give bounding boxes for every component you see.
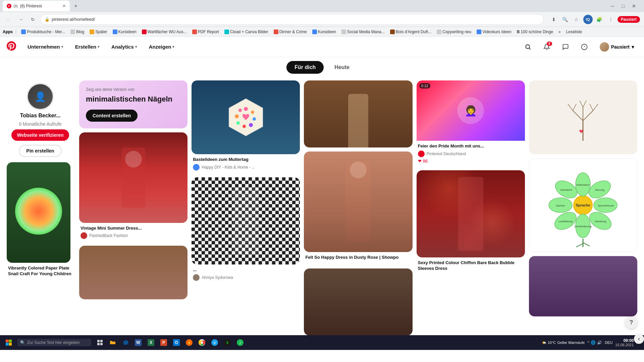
svg-line-20	[593, 104, 598, 111]
weather-icon: 🌤️	[542, 341, 546, 345]
svg-point-11	[236, 121, 240, 125]
taskbar-app-terminal[interactable]: $	[221, 337, 233, 349]
tab-heute[interactable]: Heute	[326, 61, 357, 74]
search-button[interactable]: 🔍	[560, 15, 570, 24]
taskbar-app-files[interactable]	[107, 337, 119, 349]
chevron-icon[interactable]: ^	[587, 340, 589, 345]
weather-section[interactable]: 🌤️ 10°C Gelbe Warnstufe	[542, 341, 585, 345]
nav-anzeigen[interactable]: Anzeigen ▾	[146, 41, 178, 52]
pin-bottom-col1[interactable]	[79, 246, 187, 299]
bookmark-wahlfacher[interactable]: Wahlfächer WU Aus...	[140, 29, 189, 35]
settings-button[interactable]: ⋮	[606, 15, 615, 24]
promo-card[interactable]: Zeig uns deine Version von minimalistisc…	[79, 80, 187, 128]
taskbar-app-chrome[interactable]	[196, 337, 208, 349]
bookmark-bois[interactable]: Bois d'Argent Duft...	[388, 29, 433, 35]
profile-button[interactable]: IQ	[583, 15, 593, 24]
help-button[interactable]: ?	[625, 316, 637, 328]
taskbar-app-browser[interactable]: ⚡	[183, 337, 195, 349]
pin-checkered-dress[interactable]: ... Ahniya Sydorowa	[192, 177, 300, 284]
sidebar: 👤 Tobias Becker... 0 Monatliche Aufrufe …	[7, 78, 74, 335]
pin-woman-car[interactable]	[304, 80, 412, 147]
bookmark-videokurs[interactable]: Videokurs Ideen	[475, 29, 514, 35]
back-button[interactable]: ←	[4, 15, 13, 24]
taskbar-app-taskview[interactable]	[94, 337, 106, 349]
extensions-button[interactable]: 🧩	[595, 15, 604, 24]
pin-mind-map[interactable]: Sprache Artikulation Abnung Sprechfreude	[529, 158, 637, 252]
pausiert-button[interactable]: Pausiert	[618, 16, 640, 23]
taskbar-app-ppt[interactable]: P	[158, 337, 170, 349]
nav-erstellen[interactable]: Erstellen ▾	[72, 41, 103, 52]
new-tab-button[interactable]: +	[71, 1, 80, 11]
taskbar-app-word[interactable]: W	[132, 337, 144, 349]
bookmark-kursideen2[interactable]: Kursideen	[310, 29, 338, 35]
bookmark-canva[interactable]: Cload + Canva Bilder	[222, 29, 270, 35]
search-button[interactable]	[521, 40, 535, 54]
chevron-icon: ▾	[135, 45, 137, 49]
verify-website-button[interactable]: Webseite verifizieren	[11, 129, 69, 141]
tab-favicon: P	[7, 4, 11, 8]
reload-button[interactable]: ↻	[28, 15, 38, 24]
pin-craft[interactable]: Bastelideen zum Muttertag Happy DIY - Ki…	[192, 80, 300, 173]
svg-line-44	[583, 243, 590, 246]
pin-red-dress[interactable]: Vintage Mini Summer Dress... FlashedBack…	[79, 132, 187, 242]
content-create-button[interactable]: Content erstellen	[86, 110, 138, 122]
pin-rust-dress[interactable]: Felt So Happy Dress in Dusty Rose | Show…	[304, 152, 412, 264]
browser-actions: ⬇ 🔍 ☆ IQ 🧩 ⋮ Pausiert	[549, 15, 640, 24]
svg-line-16	[583, 111, 593, 121]
pin-checkered-source: Ahniya Sydorowa	[193, 274, 299, 281]
pin-floral-dress[interactable]: Sexy Printed Colour Chiffon Bare Back Bu…	[417, 170, 525, 276]
taskbar-app-ie[interactable]: e	[209, 337, 221, 349]
bookmark-kursideen[interactable]: Kursideen	[111, 29, 139, 35]
bookmark-copywriting[interactable]: Copywriting neu	[435, 29, 473, 35]
windows-start-button[interactable]	[3, 337, 15, 349]
forward-button[interactable]: →	[16, 15, 25, 24]
tab-close-button[interactable]: ✕	[62, 4, 66, 8]
minimize-button[interactable]: ─	[608, 1, 617, 11]
pinterest-logo[interactable]	[7, 41, 16, 53]
pin-checkered-title: ...	[193, 267, 299, 273]
pin-source-avatar	[80, 232, 87, 239]
bookmark-later[interactable]: Später	[88, 29, 109, 35]
messages-button[interactable]	[559, 40, 572, 54]
taskbar-search[interactable]: 🔍 Zur Suche Text hier eingeben	[17, 339, 91, 346]
bookmark-blog[interactable]: Blog	[68, 29, 86, 35]
bookmark-star-button[interactable]: ☆	[572, 15, 581, 24]
browser-tab[interactable]: P (8) (8) Pinterest ✕	[3, 1, 70, 11]
alert-button[interactable]	[578, 40, 591, 54]
browser-title-bar: P (8) (8) Pinterest ✕ + ─ □ ✕	[0, 0, 644, 12]
bookmark-pdf[interactable]: PDF Report	[190, 29, 221, 35]
notifications-button[interactable]: 8	[540, 40, 553, 54]
clock[interactable]: 09:00 15.06.2021	[615, 338, 634, 347]
nav-analytics[interactable]: Analytics ▾	[108, 41, 140, 52]
bookmark-social-media[interactable]: Social Media Mana...	[339, 29, 387, 35]
nav-unternehmen[interactable]: Unternehmen ▾	[24, 41, 66, 52]
bookmark-dinner[interactable]: Dinner & Crime	[272, 29, 309, 35]
bookmark-schone[interactable]: B 100 schöne Dinge	[515, 29, 555, 35]
pin-checkered-info: ... Ahniya Sydorowa	[192, 264, 300, 284]
volume-icon[interactable]: 🔊	[597, 340, 602, 345]
maximize-button[interactable]: □	[619, 1, 628, 11]
pin-pride[interactable]: 0:12 👩‍🦱 Feier den Pride Month mit uns..…	[417, 80, 525, 166]
taskbar-app-excel[interactable]: X	[145, 337, 157, 349]
user-menu-button[interactable]: Pausiert ▾	[596, 41, 637, 53]
bookmark-produktsuche[interactable]: Produktsuche - Mer...	[19, 29, 67, 35]
pin-rust-dress-image	[304, 152, 412, 252]
apps-label: Apps	[3, 29, 13, 34]
bookmark-expand[interactable]: »	[556, 29, 563, 35]
pin-woman-car2[interactable]	[304, 268, 412, 335]
pin-tree[interactable]	[529, 80, 637, 154]
scroll-left-button[interactable]: ‹	[634, 334, 644, 344]
download-button[interactable]: ⬇	[549, 15, 558, 24]
bookmark-leseliste[interactable]: Leseliste	[564, 29, 584, 35]
close-browser-button[interactable]: ✕	[629, 1, 639, 11]
system-icons: ^ 🌐 🔊	[587, 340, 602, 345]
address-bar[interactable]: 🔒 pinterest.at/homefeed/	[40, 14, 544, 25]
tab-fur-dich[interactable]: Für dich	[286, 61, 324, 74]
pin-extra[interactable]	[529, 256, 637, 316]
taskbar-app-spotify[interactable]: ♪	[234, 337, 246, 349]
pin-mind-map-image: Sprache Artikulation Abnung Sprechfreude	[529, 158, 637, 252]
taskbar-app-outlook[interactable]: O	[170, 337, 182, 349]
svg-text:Handwerk: Handwerk	[560, 188, 573, 191]
taskbar-app-edge[interactable]	[119, 337, 131, 349]
create-pin-button[interactable]: Pin erstellen	[19, 145, 61, 157]
